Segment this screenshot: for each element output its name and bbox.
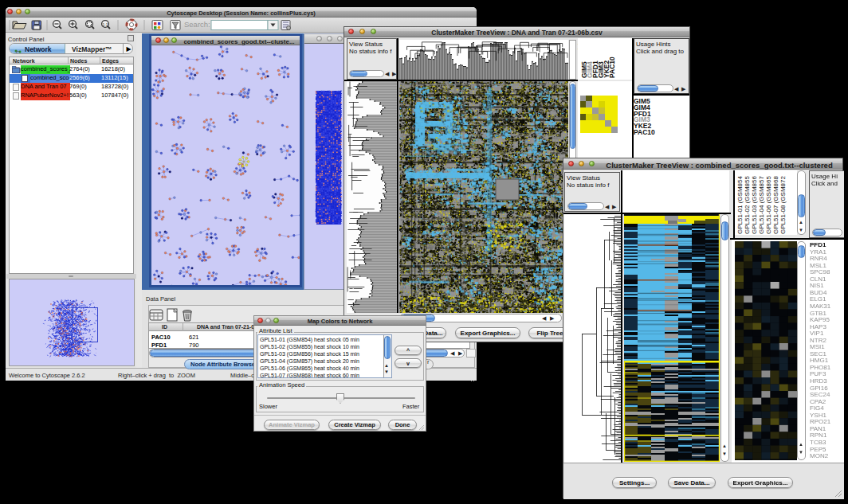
svg-text:Search:: Search:: [184, 20, 210, 29]
svg-text:1:1: 1:1: [103, 22, 108, 27]
